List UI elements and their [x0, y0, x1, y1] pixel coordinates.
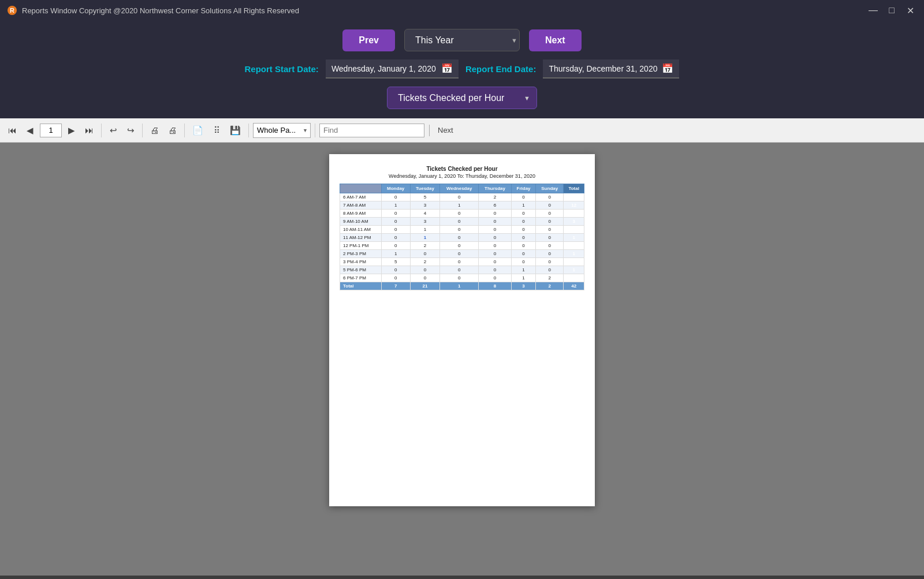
toolbar-separator-2	[142, 124, 143, 137]
row-fri: 1	[511, 274, 535, 282]
table-row: 6 PM-7 PM 0 0 0 0 1 2 3	[340, 274, 584, 282]
col-header-monday: Monday	[381, 184, 410, 193]
start-date-label: Report Start Date:	[245, 64, 319, 74]
print-button[interactable]: 🖨	[147, 122, 162, 139]
row-sun: 0	[536, 218, 564, 226]
end-date-label: Report End Date:	[465, 64, 536, 74]
row-total: 3	[564, 274, 584, 282]
end-date-input[interactable]: Thursday, December 31, 2020 📅	[543, 59, 679, 79]
title-bar: R Reports Window Copyright @2020 Northwe…	[0, 0, 924, 21]
row-wed: 0	[440, 250, 479, 258]
row-mon: 1	[381, 250, 410, 258]
total-thu: 8	[479, 282, 512, 290]
find-separator	[429, 125, 430, 136]
row-total: 12	[564, 201, 584, 210]
total-sun: 2	[536, 282, 564, 290]
row-tue: 4	[410, 210, 440, 218]
report-type-row: Tickets Checked per Hour Tickets by Day …	[387, 87, 537, 109]
row-label: 8 AM-9 AM	[340, 210, 382, 218]
first-page-button[interactable]: ⏮	[5, 122, 20, 139]
start-date-value: Wednesday, January 1, 2020	[331, 64, 437, 73]
export-button[interactable]: 💾	[226, 122, 244, 139]
col-header-wednesday: Wednesday	[440, 184, 479, 193]
report-page-subtitle: Wednesday, January 1, 2020 To: Thursday,…	[340, 173, 584, 179]
row-fri: 0	[511, 210, 535, 218]
close-button[interactable]: ✕	[903, 3, 917, 17]
find-input[interactable]	[319, 124, 424, 137]
period-select[interactable]: This Year Last Year Custom Range	[404, 29, 520, 51]
row-tue: 0	[410, 250, 440, 258]
next-page-button[interactable]: ▶	[64, 122, 79, 139]
page-layout-button[interactable]: 📄	[189, 122, 207, 139]
row-tue: 0	[410, 274, 440, 282]
page-number-input[interactable]: 1	[40, 124, 62, 137]
row-total: 2	[564, 242, 584, 250]
maximize-button[interactable]: □	[885, 3, 899, 17]
row-fri: 0	[511, 193, 535, 201]
report-type-select-wrapper[interactable]: Tickets Checked per Hour Tickets by Day …	[387, 87, 537, 109]
row-mon: 0	[381, 226, 410, 234]
row-sun: 0	[536, 226, 564, 234]
row-thu: 0	[479, 266, 512, 274]
row-tue: 2	[410, 258, 440, 266]
row-fri: 0	[511, 250, 535, 258]
next-button[interactable]: Next	[529, 29, 582, 51]
row-label: 12 PM-1 PM	[340, 242, 382, 250]
row-tue: 2	[410, 242, 440, 250]
back-button[interactable]: ↩	[106, 122, 121, 139]
prev-button[interactable]: Prev	[342, 29, 395, 51]
row-tue: 1	[410, 226, 440, 234]
forward-button[interactable]: ↪	[123, 122, 138, 139]
row-label: 11 AM-12 PM	[340, 234, 382, 242]
zoom-select-wrapper[interactable]: Whole Pa... 75% 100% 150%	[253, 123, 311, 138]
table-header-row: Monday Tuesday Wednesday Thursday Friday…	[340, 184, 584, 193]
row-total: 7	[564, 193, 584, 201]
period-select-wrapper[interactable]: This Year Last Year Custom Range	[400, 29, 524, 51]
date-row: Report Start Date: Wednesday, January 1,…	[245, 59, 680, 79]
find-next-button[interactable]: Next	[434, 125, 457, 136]
end-date-value: Thursday, December 31, 2020	[549, 64, 657, 73]
table-row: 12 PM-1 PM 0 2 0 0 0 0 2	[340, 242, 584, 250]
toolbar-separator-5	[315, 124, 315, 137]
row-thu: 0	[479, 274, 512, 282]
minimize-button[interactable]: —	[866, 3, 880, 17]
row-thu: 2	[479, 193, 512, 201]
total-wed: 1	[440, 282, 479, 290]
row-thu: 0	[479, 258, 512, 266]
row-thu: 0	[479, 226, 512, 234]
row-label: 7 AM-8 AM	[340, 201, 382, 210]
col-header-total: Total	[564, 184, 584, 193]
row-sun: 0	[536, 250, 564, 258]
row-fri: 1	[511, 201, 535, 210]
row-mon: 0	[381, 193, 410, 201]
start-date-cal-icon[interactable]: 📅	[441, 63, 453, 74]
row-fri: 0	[511, 226, 535, 234]
row-label: 3 PM-4 PM	[340, 258, 382, 266]
report-type-select[interactable]: Tickets Checked per Hour Tickets by Day …	[387, 87, 537, 109]
row-sun: 0	[536, 258, 564, 266]
row-total: 1	[564, 250, 584, 258]
table-row: 10 AM-11 AM 0 1 0 0 0 0 1	[340, 226, 584, 234]
row-wed: 0	[440, 258, 479, 266]
row-fri: 1	[511, 266, 535, 274]
table-row: 5 PM-6 PM 0 0 0 0 1 0 1	[340, 266, 584, 274]
end-date-cal-icon[interactable]: 📅	[662, 63, 673, 74]
print-preview-button[interactable]: 🖨	[165, 122, 180, 139]
columns-button[interactable]: ⠿	[209, 122, 224, 139]
row-mon: 5	[381, 258, 410, 266]
prev-page-button[interactable]: ◀	[23, 122, 38, 139]
title-bar-controls: — □ ✕	[866, 3, 917, 17]
row-tue: 3	[410, 218, 440, 226]
start-date-input[interactable]: Wednesday, January 1, 2020 📅	[326, 59, 459, 79]
total-total: 42	[564, 282, 584, 290]
last-page-button[interactable]: ⏭	[81, 122, 97, 139]
zoom-select[interactable]: Whole Pa... 75% 100% 150%	[253, 123, 311, 138]
row-mon: 0	[381, 218, 410, 226]
report-page-title: Tickets Checked per Hour	[340, 166, 584, 172]
row-thu: 0	[479, 210, 512, 218]
row-wed: 1	[440, 201, 479, 210]
top-area: Prev This Year Last Year Custom Range Ne…	[0, 21, 924, 118]
row-fri: 0	[511, 218, 535, 226]
row-sun: 0	[536, 234, 564, 242]
table-row: 11 AM-12 PM 0 1 0 0 0 0 1	[340, 234, 584, 242]
